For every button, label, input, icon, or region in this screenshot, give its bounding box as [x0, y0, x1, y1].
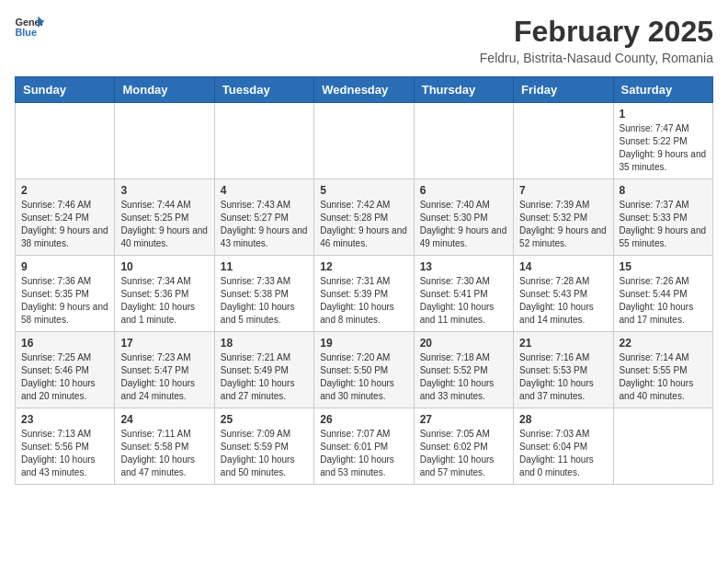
day-info: Sunrise: 7:03 AM Sunset: 6:04 PM Dayligh…	[519, 428, 607, 479]
day-number: 6	[420, 184, 507, 197]
weekday-header-monday: Monday	[115, 77, 214, 103]
day-cell: 25Sunrise: 7:09 AM Sunset: 5:59 PM Dayli…	[214, 408, 313, 485]
day-info: Sunrise: 7:42 AM Sunset: 5:28 PM Dayligh…	[320, 199, 407, 250]
day-info: Sunrise: 7:21 AM Sunset: 5:49 PM Dayligh…	[221, 351, 308, 403]
day-info: Sunrise: 7:13 AM Sunset: 5:56 PM Dayligh…	[21, 428, 108, 479]
day-number: 24	[120, 413, 208, 426]
day-cell: 24Sunrise: 7:11 AM Sunset: 5:58 PM Dayli…	[115, 408, 214, 485]
day-cell: 7Sunrise: 7:39 AM Sunset: 5:32 PM Daylig…	[514, 179, 613, 256]
day-cell: 11Sunrise: 7:33 AM Sunset: 5:38 PM Dayli…	[214, 256, 313, 332]
day-cell: 26Sunrise: 7:07 AM Sunset: 6:01 PM Dayli…	[314, 408, 414, 485]
day-info: Sunrise: 7:31 AM Sunset: 5:39 PM Dayligh…	[320, 275, 407, 327]
week-row-5: 23Sunrise: 7:13 AM Sunset: 5:56 PM Dayli…	[16, 408, 713, 485]
day-cell: 10Sunrise: 7:34 AM Sunset: 5:36 PM Dayli…	[115, 256, 214, 332]
day-number: 19	[320, 337, 407, 350]
weekday-header-sunday: Sunday	[16, 77, 115, 103]
day-cell: 22Sunrise: 7:14 AM Sunset: 5:55 PM Dayli…	[613, 332, 712, 408]
day-info: Sunrise: 7:44 AM Sunset: 5:25 PM Dayligh…	[120, 199, 208, 250]
day-cell	[514, 103, 613, 179]
svg-text:Blue: Blue	[15, 27, 37, 38]
day-number: 18	[221, 337, 308, 350]
day-number: 26	[320, 413, 407, 426]
day-info: Sunrise: 7:36 AM Sunset: 5:35 PM Dayligh…	[21, 275, 108, 327]
day-cell: 21Sunrise: 7:16 AM Sunset: 5:53 PM Dayli…	[514, 332, 613, 408]
day-number: 9	[21, 260, 108, 273]
day-cell: 19Sunrise: 7:20 AM Sunset: 5:50 PM Dayli…	[314, 332, 414, 408]
day-cell	[115, 103, 214, 179]
day-info: Sunrise: 7:25 AM Sunset: 5:46 PM Dayligh…	[21, 351, 108, 403]
day-number: 23	[21, 413, 108, 426]
day-info: Sunrise: 7:28 AM Sunset: 5:43 PM Dayligh…	[519, 275, 607, 327]
weekday-header-tuesday: Tuesday	[214, 77, 313, 103]
day-cell	[613, 408, 712, 485]
weekday-header-wednesday: Wednesday	[314, 77, 414, 103]
day-number: 15	[620, 260, 707, 273]
logo-icon: General Blue	[15, 15, 44, 40]
day-cell: 27Sunrise: 7:05 AM Sunset: 6:02 PM Dayli…	[414, 408, 513, 485]
day-cell: 20Sunrise: 7:18 AM Sunset: 5:52 PM Dayli…	[414, 332, 513, 408]
day-cell: 23Sunrise: 7:13 AM Sunset: 5:56 PM Dayli…	[16, 408, 115, 485]
day-number: 11	[221, 260, 308, 273]
day-cell: 2Sunrise: 7:46 AM Sunset: 5:24 PM Daylig…	[16, 179, 115, 256]
day-cell	[16, 103, 115, 179]
day-cell: 17Sunrise: 7:23 AM Sunset: 5:47 PM Dayli…	[115, 332, 214, 408]
title-block: February 2025 Feldru, Bistrita-Nasaud Co…	[480, 15, 713, 65]
day-info: Sunrise: 7:30 AM Sunset: 5:41 PM Dayligh…	[420, 275, 507, 327]
day-number: 5	[320, 184, 407, 197]
logo: General Blue	[15, 15, 44, 40]
day-number: 27	[420, 413, 507, 426]
day-info: Sunrise: 7:07 AM Sunset: 6:01 PM Dayligh…	[320, 428, 407, 479]
weekday-header-friday: Friday	[514, 77, 613, 103]
day-number: 25	[221, 413, 308, 426]
day-number: 2	[21, 184, 108, 197]
day-info: Sunrise: 7:39 AM Sunset: 5:32 PM Dayligh…	[519, 199, 607, 250]
day-cell	[314, 103, 414, 179]
day-number: 10	[120, 260, 208, 273]
day-number: 8	[620, 184, 707, 197]
day-number: 13	[420, 260, 507, 273]
day-number: 20	[420, 337, 507, 350]
day-info: Sunrise: 7:47 AM Sunset: 5:22 PM Dayligh…	[620, 122, 707, 174]
day-number: 12	[320, 260, 407, 273]
day-number: 4	[221, 184, 308, 197]
day-cell: 12Sunrise: 7:31 AM Sunset: 5:39 PM Dayli…	[314, 256, 414, 332]
day-info: Sunrise: 7:34 AM Sunset: 5:36 PM Dayligh…	[120, 275, 208, 327]
weekday-header-row: SundayMondayTuesdayWednesdayThursdayFrid…	[16, 77, 713, 103]
day-info: Sunrise: 7:40 AM Sunset: 5:30 PM Dayligh…	[420, 199, 507, 250]
day-info: Sunrise: 7:16 AM Sunset: 5:53 PM Dayligh…	[519, 351, 607, 403]
day-info: Sunrise: 7:18 AM Sunset: 5:52 PM Dayligh…	[420, 351, 507, 403]
day-number: 1	[620, 108, 707, 121]
day-number: 14	[519, 260, 607, 273]
day-info: Sunrise: 7:23 AM Sunset: 5:47 PM Dayligh…	[120, 351, 208, 403]
weekday-header-saturday: Saturday	[613, 77, 712, 103]
calendar-table: SundayMondayTuesdayWednesdayThursdayFrid…	[15, 76, 713, 485]
day-info: Sunrise: 7:26 AM Sunset: 5:44 PM Dayligh…	[620, 275, 707, 327]
day-info: Sunrise: 7:11 AM Sunset: 5:58 PM Dayligh…	[120, 428, 208, 479]
week-row-2: 2Sunrise: 7:46 AM Sunset: 5:24 PM Daylig…	[16, 179, 713, 256]
day-number: 16	[21, 337, 108, 350]
day-cell: 14Sunrise: 7:28 AM Sunset: 5:43 PM Dayli…	[514, 256, 613, 332]
week-row-3: 9Sunrise: 7:36 AM Sunset: 5:35 PM Daylig…	[16, 256, 713, 332]
day-number: 22	[620, 337, 707, 350]
day-number: 7	[519, 184, 607, 197]
day-cell: 1Sunrise: 7:47 AM Sunset: 5:22 PM Daylig…	[613, 103, 712, 179]
day-number: 17	[120, 337, 208, 350]
day-info: Sunrise: 7:05 AM Sunset: 6:02 PM Dayligh…	[420, 428, 507, 479]
day-cell: 18Sunrise: 7:21 AM Sunset: 5:49 PM Dayli…	[214, 332, 313, 408]
day-info: Sunrise: 7:33 AM Sunset: 5:38 PM Dayligh…	[221, 275, 308, 327]
day-info: Sunrise: 7:09 AM Sunset: 5:59 PM Dayligh…	[221, 428, 308, 479]
day-cell: 13Sunrise: 7:30 AM Sunset: 5:41 PM Dayli…	[414, 256, 513, 332]
day-number: 3	[120, 184, 208, 197]
day-cell: 16Sunrise: 7:25 AM Sunset: 5:46 PM Dayli…	[16, 332, 115, 408]
day-cell: 28Sunrise: 7:03 AM Sunset: 6:04 PM Dayli…	[514, 408, 613, 485]
page-header: General Blue February 2025 Feldru, Bistr…	[15, 15, 713, 65]
day-cell: 5Sunrise: 7:42 AM Sunset: 5:28 PM Daylig…	[314, 179, 414, 256]
day-info: Sunrise: 7:20 AM Sunset: 5:50 PM Dayligh…	[320, 351, 407, 403]
day-cell: 8Sunrise: 7:37 AM Sunset: 5:33 PM Daylig…	[613, 179, 712, 256]
day-cell	[214, 103, 313, 179]
day-number: 21	[519, 337, 607, 350]
day-cell: 4Sunrise: 7:43 AM Sunset: 5:27 PM Daylig…	[214, 179, 313, 256]
week-row-1: 1Sunrise: 7:47 AM Sunset: 5:22 PM Daylig…	[16, 103, 713, 179]
location: Feldru, Bistrita-Nasaud County, Romania	[480, 51, 713, 65]
day-info: Sunrise: 7:46 AM Sunset: 5:24 PM Dayligh…	[21, 199, 108, 250]
